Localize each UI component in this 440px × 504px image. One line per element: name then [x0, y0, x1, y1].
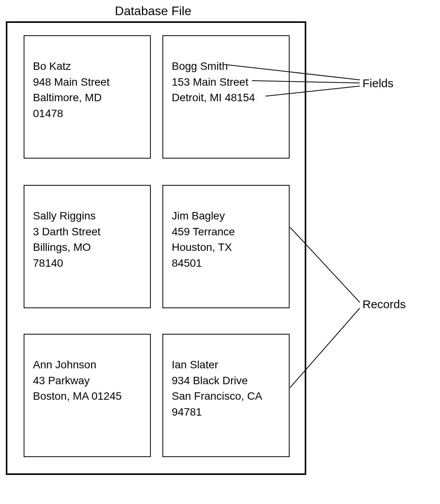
field-city-state: Houston, TX [172, 240, 280, 255]
field-name: Sally Riggins [33, 208, 141, 224]
database-file-container: Bo Katz 948 Main Street Baltimore, MD 01… [6, 21, 306, 475]
record-card: Ian Slater 934 Black Drive San Francisco… [162, 334, 290, 457]
record-card: Ann Johnson 43 Parkway Boston, MA 01245 [24, 334, 151, 457]
record-card: Bogg Smith 153 Main Street Detroit, MI 4… [162, 35, 290, 159]
field-street: 43 Parkway [33, 373, 141, 389]
field-zip: 01478 [33, 106, 141, 122]
records-callout-label: Records [362, 298, 406, 311]
field-zip: 84501 [172, 255, 280, 271]
field-street: 934 Black Drive [172, 373, 280, 389]
field-city-state: Detroit, MI 48154 [172, 90, 280, 106]
field-zip: 94781 [172, 404, 280, 420]
field-street: 153 Main Street [172, 74, 280, 90]
field-street: 948 Main Street [33, 74, 141, 90]
field-name: Bogg Smith [172, 59, 280, 74]
field-street: 3 Darth Street [33, 224, 141, 240]
field-city-state: San Francisco, CA [172, 388, 280, 404]
field-city-state: Baltimore, MD [33, 90, 141, 106]
field-name: Bo Katz [33, 59, 141, 74]
field-zip: 78140 [33, 255, 141, 271]
field-name: Jim Bagley [172, 208, 280, 224]
field-city-state: Boston, MA 01245 [33, 388, 141, 404]
field-name: Ann Johnson [33, 357, 141, 373]
fields-callout-label: Fields [362, 77, 393, 90]
record-card: Bo Katz 948 Main Street Baltimore, MD 01… [24, 35, 151, 159]
field-city-state: Billings, MO [33, 240, 141, 255]
record-card: Jim Bagley 459 Terrance Houston, TX 8450… [162, 185, 290, 308]
field-name: Ian Slater [172, 357, 280, 373]
field-street: 459 Terrance [172, 224, 280, 240]
diagram-title: Database File [0, 4, 306, 18]
record-card: Sally Riggins 3 Darth Street Billings, M… [24, 185, 151, 308]
